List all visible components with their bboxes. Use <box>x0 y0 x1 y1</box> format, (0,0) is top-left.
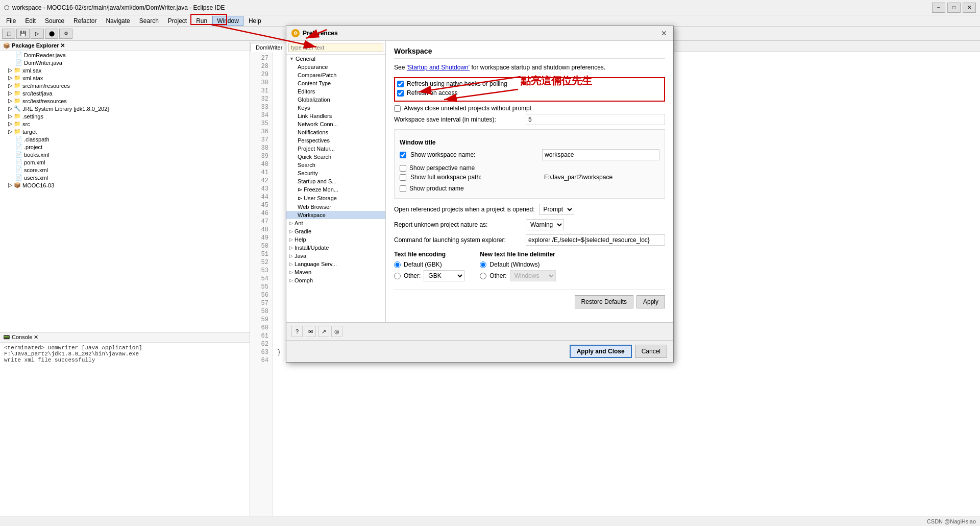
encoding-other-select[interactable]: GBK UTF-8 <box>424 270 464 281</box>
pref-sub-globalization[interactable]: Globalization <box>286 95 385 104</box>
system-explorer-input[interactable] <box>526 234 665 246</box>
pref-tree-oomph[interactable]: ▷ Oomph <box>286 276 385 284</box>
tree-item-testjava[interactable]: ▷ 📁 src/test/java <box>0 89 250 97</box>
toolbar-btn-2[interactable]: 💾 <box>16 29 30 39</box>
export-icon-btn[interactable]: ✉ <box>305 326 316 337</box>
workspace-name-input[interactable] <box>542 149 659 160</box>
pref-sub-notifications[interactable]: Notifications <box>286 128 385 136</box>
dialog-main-buttons: Apply and Close Cancel <box>286 340 673 362</box>
pref-sub-perspectives[interactable]: Perspectives <box>286 136 385 145</box>
apply-button[interactable]: Apply <box>636 295 665 308</box>
tree-item-xmlstax[interactable]: ▷ 📁 xml.stax <box>0 74 250 82</box>
pref-sub-quicksearch[interactable]: Quick Search <box>286 153 385 161</box>
menu-edit[interactable]: Edit <box>21 16 40 26</box>
show-full-path-checkbox[interactable] <box>400 174 406 181</box>
pref-sub-linkhandlers[interactable]: Link Handlers <box>286 112 385 120</box>
pref-sub-keys[interactable]: Keys <box>286 104 385 112</box>
pref-sub-startup[interactable]: Startup and S... <box>286 177 385 185</box>
tree-item-project[interactable]: 📄 .project <box>0 143 250 151</box>
pref-sub-security[interactable]: Security <box>286 169 385 177</box>
console-line-2: write xml file successfully <box>4 357 246 363</box>
tree-item-xmlsax[interactable]: ▷ 📁 xml.sax <box>0 66 250 74</box>
pref-tree-java[interactable]: ▷ Java <box>286 252 385 260</box>
close-button[interactable]: ✕ <box>963 3 976 13</box>
report-unknown-select[interactable]: Warning Error Ignore <box>526 219 564 230</box>
toolbar-btn-4[interactable]: ⬤ <box>45 29 58 39</box>
menu-file[interactable]: File <box>2 16 20 26</box>
encoding-other-radio[interactable] <box>394 273 401 279</box>
pref-sub-userstorage[interactable]: ⊳ User Storage <box>286 194 385 203</box>
menu-search[interactable]: Search <box>135 16 163 26</box>
tree-item-users[interactable]: 📄 users.xml <box>0 174 250 181</box>
console-line-1: <terminated> DomWriter [Java Application… <box>4 345 246 357</box>
pref-sub-appearance[interactable]: Appearance <box>286 63 385 71</box>
editor-tab-domwriter[interactable]: DomWriter <box>250 43 288 52</box>
pref-sub-comparepatch[interactable]: Compare/Patch <box>286 71 385 79</box>
info-icon-btn[interactable]: ◎ <box>331 326 342 337</box>
menu-help[interactable]: Help <box>244 16 265 26</box>
restore-defaults-button[interactable]: Restore Defaults <box>575 295 633 308</box>
pref-sub-workspace[interactable]: Workspace <box>286 211 385 219</box>
show-perspective-name-checkbox[interactable] <box>400 165 406 172</box>
open-referenced-select[interactable]: Prompt Always Never <box>539 204 574 215</box>
menu-run[interactable]: Run <box>192 16 211 26</box>
filter-input[interactable] <box>288 43 383 52</box>
pref-sub-freeze[interactable]: ⊳ Freeze Mon... <box>286 185 385 194</box>
pref-tree-maven[interactable]: ▷ Maven <box>286 268 385 276</box>
pref-tree-installupdate[interactable]: ▷ Install/Update <box>286 244 385 252</box>
minimize-button[interactable]: − <box>932 3 945 13</box>
tree-item-pom[interactable]: 📄 pom.xml <box>0 158 250 166</box>
tree-item-target[interactable]: ▷ 📁 target <box>0 128 250 135</box>
always-close-checkbox[interactable] <box>394 105 401 112</box>
refresh-access-checkbox[interactable] <box>397 90 404 97</box>
tree-item-domwriter[interactable]: 📄 DomWriter.java <box>0 59 250 66</box>
dialog-title-text: Preferences <box>303 30 338 37</box>
toolbar-btn-5[interactable]: ⚙ <box>59 29 72 39</box>
help-icon-btn[interactable]: ? <box>291 326 303 337</box>
menu-refactor[interactable]: Refactor <box>69 16 101 26</box>
newline-other-select[interactable]: Windows Unix <box>510 270 556 281</box>
show-workspace-name-checkbox[interactable] <box>400 152 406 158</box>
maximize-button[interactable]: □ <box>947 3 961 13</box>
pref-sub-search[interactable]: Search <box>286 161 385 169</box>
tree-item-testres[interactable]: ▷ 📁 src/test/resources <box>0 97 250 105</box>
menu-project[interactable]: Project <box>164 16 191 26</box>
package-explorer-tree[interactable]: 📄 DomReader.java 📄 DomWriter.java ▷ 📁 xm… <box>0 51 250 332</box>
pref-sub-projectnature[interactable]: Project Natur... <box>286 145 385 153</box>
toolbar-btn-1[interactable]: ⬚ <box>2 29 15 39</box>
newline-default-radio[interactable] <box>480 261 486 268</box>
pref-sub-contenttype[interactable]: Content Type <box>286 79 385 87</box>
tree-item-score[interactable]: 📄 score.xml <box>0 166 250 174</box>
pref-sub-webbrowser[interactable]: Web Browser <box>286 203 385 211</box>
save-interval-input[interactable] <box>526 114 665 125</box>
tree-item-classpath[interactable]: 📄 .classpath <box>0 135 250 143</box>
startup-shutdown-link[interactable]: 'Startup and Shutdown' <box>407 64 470 71</box>
show-product-name-checkbox[interactable] <box>400 185 406 192</box>
tree-item-jre[interactable]: ▷ 🔧 JRE System Library [jdk1.8.0_202] <box>0 105 250 112</box>
menu-navigate[interactable]: Navigate <box>102 16 134 26</box>
tree-item-mainres[interactable]: ▷ 📁 src/main/resources <box>0 82 250 89</box>
tree-item-src[interactable]: ▷ 📁 src <box>0 120 250 128</box>
import-icon-btn[interactable]: ↗ <box>318 326 329 337</box>
refresh-native-checkbox[interactable] <box>397 81 404 87</box>
encoding-default-radio[interactable] <box>394 261 401 268</box>
tree-item-mooc[interactable]: ▷ 📦 MOOC16-03 <box>0 181 250 189</box>
cancel-button[interactable]: Cancel <box>635 345 667 358</box>
apply-and-close-button[interactable]: Apply and Close <box>570 345 632 358</box>
pref-tree-langserv[interactable]: ▷ Language Serv... <box>286 260 385 268</box>
pref-sub-editors[interactable]: Editors <box>286 87 385 95</box>
tree-item-domreader[interactable]: 📄 DomReader.java <box>0 51 250 59</box>
menu-window[interactable]: Window <box>212 16 243 26</box>
pref-tree-ant[interactable]: ▷ Ant <box>286 219 385 227</box>
pref-tree-general[interactable]: ▼ General <box>286 55 385 63</box>
toolbar-btn-3[interactable]: ▷ <box>31 29 44 39</box>
tree-item-settings[interactable]: ▷ 📁 .settings <box>0 112 250 120</box>
newline-other-radio[interactable] <box>480 273 486 279</box>
tree-item-books[interactable]: 📄 books.xml <box>0 151 250 158</box>
pref-sub-networkconn[interactable]: Network Conn... <box>286 120 385 128</box>
pref-tree-gradle[interactable]: ▷ Gradle <box>286 227 385 235</box>
menu-source[interactable]: Source <box>41 16 68 26</box>
target-icon: 📁 <box>14 128 21 135</box>
pref-tree-help[interactable]: ▷ Help <box>286 235 385 244</box>
dialog-close-button[interactable]: ✕ <box>660 29 668 37</box>
